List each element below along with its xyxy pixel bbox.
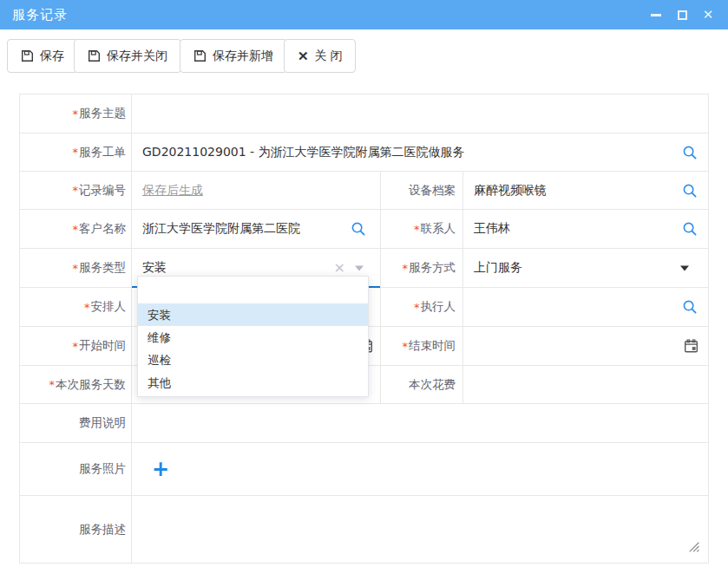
end-time-input[interactable]	[463, 327, 708, 365]
add-photo-button[interactable]: +	[152, 459, 169, 479]
description-textarea[interactable]	[132, 496, 708, 563]
dropdown-option-qita[interactable]: 其他	[138, 371, 368, 394]
save-and-close-button[interactable]: 保存并关闭	[74, 39, 181, 73]
fee-note-input[interactable]	[132, 404, 708, 442]
required-mark: *	[414, 301, 420, 314]
search-icon	[682, 183, 698, 199]
required-mark: *	[49, 378, 56, 391]
titlebar: 服务记录 ✕	[0, 0, 728, 29]
save-button-label: 保存	[40, 49, 64, 64]
service-order-search-button[interactable]	[682, 145, 698, 160]
save-and-close-button-label: 保存并关闭	[107, 49, 167, 64]
record-no-value: 保存后生成	[132, 172, 381, 209]
customer-label: *客户名称	[20, 210, 132, 248]
search-icon	[682, 299, 698, 315]
equipment-label: 设备档案	[381, 172, 463, 209]
required-mark: *	[73, 108, 79, 121]
service-subject-label: *服务主题	[20, 94, 132, 133]
record-no-label: *记录编号	[20, 172, 132, 209]
required-mark: *	[73, 146, 79, 159]
equipment-search-button[interactable]	[682, 183, 698, 199]
save-icon	[21, 49, 34, 62]
close-button-label: 关 闭	[315, 49, 343, 64]
service-days-label: *本次服务天数	[20, 366, 132, 403]
search-icon	[682, 145, 698, 160]
save-button[interactable]: 保存	[7, 39, 78, 73]
save-icon	[193, 49, 207, 62]
row-description: 服务描述	[20, 495, 708, 563]
description-label: 服务描述	[20, 496, 132, 563]
photos-area: +	[132, 443, 708, 495]
executor-label: *执行人	[381, 288, 463, 326]
dropdown-option-xunjian[interactable]: 巡检	[138, 349, 368, 371]
clear-icon[interactable]: ×	[334, 261, 345, 275]
service-method-select[interactable]: 上门服务	[463, 249, 708, 287]
photos-label: 服务照片	[20, 443, 132, 495]
search-icon	[351, 221, 366, 237]
service-subject-input[interactable]	[132, 94, 708, 133]
end-time-label: *结束时间	[381, 327, 463, 365]
close-icon: ✕	[703, 9, 714, 21]
toolbar: 保存 保存并关闭 保存并新增 ✕ 关 闭	[0, 29, 728, 94]
contact-input[interactable]: 王伟林	[463, 210, 708, 248]
required-mark: *	[84, 301, 90, 314]
maximize-icon	[678, 10, 687, 20]
contact-search-button[interactable]	[682, 221, 698, 237]
row-service-subject: *服务主题	[20, 94, 708, 133]
cost-input[interactable]	[463, 366, 708, 403]
dropdown-option-anzhuang[interactable]: 安装	[138, 303, 368, 326]
required-mark: *	[73, 223, 79, 236]
start-time-label: *开始时间	[20, 327, 132, 365]
save-and-new-button[interactable]: 保存并新增	[180, 39, 287, 73]
service-method-label: *服务方式	[381, 249, 463, 287]
required-mark: *	[73, 262, 79, 275]
required-mark: *	[73, 184, 79, 197]
executor-input[interactable]	[463, 288, 708, 326]
row-customer-contact: *客户名称 浙江大学医学院附属第二医院 *联系人 王伟林	[20, 209, 708, 248]
row-fee-note: 费用说明	[20, 403, 708, 442]
customer-input[interactable]: 浙江大学医学院附属第二医院	[132, 210, 381, 248]
chevron-down-icon[interactable]	[355, 266, 364, 271]
close-button[interactable]: ✕ 关 闭	[284, 39, 356, 73]
service-order-input[interactable]: GD20211029001 - 为浙江大学医学院附属第二医院做服务	[132, 134, 708, 171]
equipment-input[interactable]: 麻醉视频喉镜	[463, 172, 708, 209]
search-icon	[682, 221, 698, 237]
save-and-new-button-label: 保存并新增	[213, 49, 273, 64]
required-mark: *	[414, 223, 420, 236]
required-mark: *	[403, 340, 409, 353]
close-window-button[interactable]: ✕	[702, 9, 714, 21]
required-mark: *	[73, 340, 79, 353]
dropdown-option-weixiu[interactable]: 维修	[138, 326, 368, 349]
required-mark: *	[403, 262, 409, 275]
service-type-label: *服务类型	[20, 249, 132, 287]
row-service-order: *服务工单 GD20211029001 - 为浙江大学医学院附属第二医院做服务	[20, 133, 708, 171]
minimize-button[interactable]	[650, 9, 662, 21]
calendar-icon[interactable]	[684, 339, 698, 354]
contact-label: *联系人	[381, 210, 463, 248]
close-icon: ✕	[298, 49, 309, 64]
row-photos: 服务照片 +	[20, 442, 708, 495]
row-record-no-equipment: *记录编号 保存后生成 设备档案 麻醉视频喉镜	[20, 171, 708, 209]
service-record-dialog: 服务记录 ✕ 保存 保存并关闭 保存并新增 ✕ 关 闭 *服务主题	[0, 0, 728, 580]
record-no-placeholder-link: 保存后生成	[142, 183, 203, 199]
customer-search-button[interactable]	[351, 221, 366, 237]
arranger-label: *安排人	[20, 288, 132, 326]
resize-handle[interactable]	[687, 540, 700, 553]
window-title: 服务记录	[12, 7, 68, 23]
fee-note-label: 费用说明	[20, 404, 132, 442]
cost-label: 本次花费	[381, 366, 463, 403]
maximize-button[interactable]	[676, 9, 688, 21]
service-type-dropdown: 安装 维修 巡检 其他	[137, 276, 369, 397]
executor-search-button[interactable]	[682, 299, 698, 315]
minimize-icon	[651, 14, 661, 16]
save-icon	[88, 49, 101, 62]
service-order-label: *服务工单	[20, 134, 132, 171]
chevron-down-icon[interactable]	[680, 266, 689, 271]
